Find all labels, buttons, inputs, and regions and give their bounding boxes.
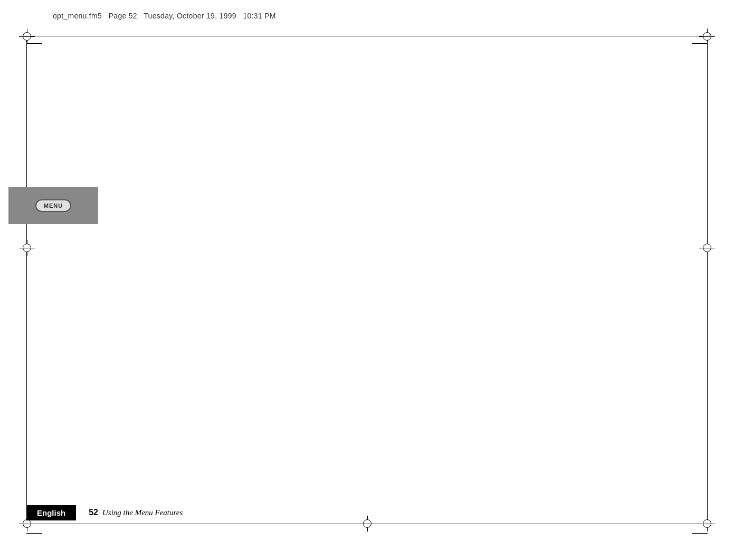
right-border [707, 36, 708, 524]
top-border [26, 36, 708, 36]
short-line-top-right [692, 43, 708, 44]
short-line-bot-left [26, 533, 42, 534]
menu-button[interactable]: MENU [35, 199, 71, 212]
header-info: opt_menu.fm5 Page 52 Tuesday, October 19… [53, 12, 276, 20]
header-date: Tuesday, October 19, 1999 [144, 12, 236, 20]
menu-button-area: MENU [8, 187, 98, 224]
language-badge: English [26, 505, 76, 520]
footer-page-title: Using the Menu Features [102, 508, 183, 517]
crosshair-top-left [19, 28, 35, 44]
header-filename: opt_menu.fm5 [53, 12, 102, 20]
header-page-label: Page 52 [109, 12, 137, 20]
crosshair-mid-left [19, 240, 35, 256]
short-line-top-left [26, 43, 42, 44]
footer-page-info: 52 Using the Menu Features [89, 508, 183, 517]
short-line-bot-right [692, 533, 708, 534]
footer-bar: English 52 Using the Menu Features [26, 501, 708, 524]
crosshair-top-right [699, 28, 715, 44]
left-border [26, 36, 27, 524]
crosshair-mid-right [699, 240, 715, 256]
header-time: 10:31 PM [243, 12, 275, 20]
footer-page-number: 52 [89, 508, 98, 517]
menu-button-label: MENU [44, 202, 63, 209]
